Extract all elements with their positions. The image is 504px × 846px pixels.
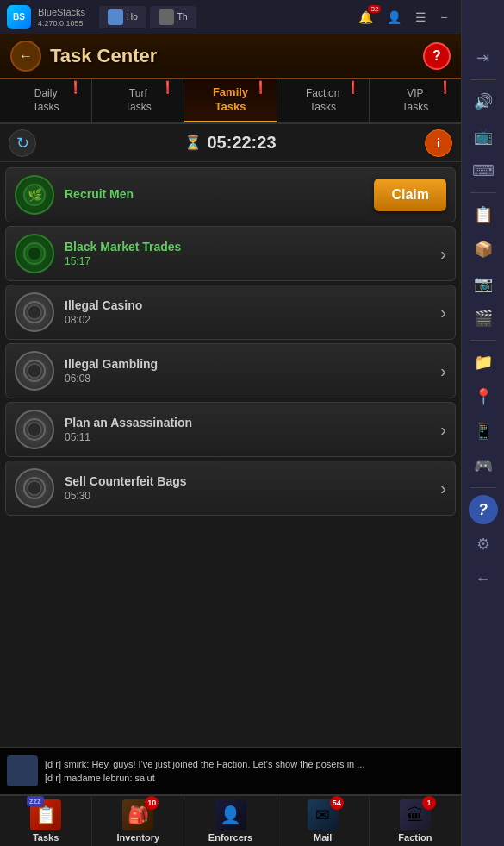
sidebar-phone-icon[interactable]: 📱 bbox=[469, 417, 498, 446]
help-button[interactable]: ? bbox=[423, 42, 451, 70]
task-item-illegal-gambling[interactable]: Illegal Gambling 06:08 › bbox=[5, 343, 456, 398]
nav-item-tasks[interactable]: 📋 zzz Tasks bbox=[0, 796, 92, 846]
task-icon-illegal-casino bbox=[15, 292, 54, 332]
task-timer-illegal-gambling: 06:08 bbox=[65, 373, 430, 385]
info-button[interactable]: i bbox=[425, 129, 452, 157]
sidebar-back-icon[interactable]: ← bbox=[469, 564, 498, 593]
zzz-badge: zzz bbox=[27, 796, 44, 806]
claim-button-recruit-men[interactable]: Claim bbox=[374, 179, 446, 211]
svg-text:🌿: 🌿 bbox=[28, 188, 43, 203]
family-badge: ❗ bbox=[253, 80, 268, 95]
tab-vip-tasks[interactable]: ❗ VIPTasks bbox=[370, 79, 461, 122]
task-info-illegal-gambling: Illegal Gambling 06:08 bbox=[65, 357, 430, 385]
sidebar-settings-icon[interactable]: ⚙ bbox=[469, 530, 498, 559]
menu-icon[interactable]: ☰ bbox=[411, 9, 431, 26]
task-arrow-black-market: › bbox=[440, 244, 446, 264]
task-icon-assassination bbox=[15, 410, 54, 449]
tab-family-tasks[interactable]: ❗ FamilyTasks bbox=[184, 79, 277, 122]
page-title: Task Center bbox=[50, 45, 414, 67]
account-icon[interactable]: 👤 bbox=[383, 9, 406, 26]
sidebar-help-icon[interactable]: ? bbox=[469, 495, 498, 524]
nav-item-faction[interactable]: 🏛 1 Faction bbox=[370, 796, 461, 846]
nav-label-faction: Faction bbox=[398, 832, 432, 843]
refresh-button[interactable]: ↻ bbox=[9, 129, 36, 157]
chat-line-1: [d r] smirk: Hey, guys! I've just joined… bbox=[45, 757, 454, 772]
nav-icon-mail-wrap: ✉ 54 bbox=[308, 799, 339, 830]
tab-faction-tasks[interactable]: ❗ FactionTasks bbox=[277, 79, 370, 122]
nav-label-enforcers: Enforcers bbox=[208, 832, 252, 843]
nav-label-inventory: Inventory bbox=[117, 832, 160, 843]
bluestacks-logo: BS bbox=[7, 5, 31, 29]
task-name-illegal-gambling: Illegal Gambling bbox=[65, 357, 430, 371]
svg-point-11 bbox=[28, 481, 41, 495]
nav-icon-inventory-wrap: 🎒 10 bbox=[122, 799, 153, 830]
sidebar-camera-icon[interactable]: 📷 bbox=[469, 269, 498, 298]
sidebar-game-icon[interactable]: 🎮 bbox=[469, 451, 498, 480]
task-arrow-illegal-casino: › bbox=[440, 303, 446, 323]
daily-badge: ❗ bbox=[68, 80, 83, 95]
bs-tab-game[interactable]: Th bbox=[150, 6, 196, 28]
bluestacks-title: BlueStacks 4.270.0.1055 bbox=[38, 7, 85, 28]
nav-badge-mail: 54 bbox=[330, 796, 344, 810]
vip-badge: ❗ bbox=[438, 80, 452, 95]
task-item-counterfeit-bags[interactable]: Sell Counterfeit Bags 05:30 › bbox=[5, 461, 456, 516]
info-icon: i bbox=[437, 136, 440, 150]
back-button[interactable]: ← bbox=[10, 41, 41, 72]
bs-tab-home[interactable]: Ho bbox=[99, 6, 146, 28]
task-name-illegal-casino: Illegal Casino bbox=[65, 298, 430, 312]
sidebar-copy-icon[interactable]: 📋 bbox=[469, 200, 498, 229]
timer-icon: ⏳ bbox=[184, 135, 202, 151]
chat-avatar bbox=[7, 755, 38, 786]
task-item-illegal-casino[interactable]: Illegal Casino 08:02 › bbox=[5, 285, 456, 340]
svg-point-7 bbox=[28, 364, 41, 378]
nav-badge-inventory: 10 bbox=[145, 796, 159, 810]
task-timer-counterfeit-bags: 05:30 bbox=[65, 490, 430, 502]
refresh-icon: ↻ bbox=[16, 134, 29, 153]
sidebar-keyboard-icon[interactable]: ⌨ bbox=[469, 156, 498, 185]
notification-icon[interactable]: 🔔 32 bbox=[354, 9, 377, 26]
task-info-assassination: Plan an Assassination 05:11 bbox=[65, 416, 430, 443]
svg-point-9 bbox=[28, 423, 41, 436]
sidebar-install-icon[interactable]: 📦 bbox=[469, 235, 498, 264]
task-info-black-market: Black Market Trades 15:17 bbox=[65, 240, 430, 267]
task-item-assassination[interactable]: Plan an Assassination 05:11 › bbox=[5, 402, 456, 457]
turf-badge: ❗ bbox=[160, 80, 175, 95]
nav-icon-enforcers-wrap: 👤 bbox=[215, 799, 246, 830]
sidebar-divider-3 bbox=[470, 340, 496, 341]
sidebar-expand-icon[interactable]: ⇥ bbox=[469, 43, 498, 72]
task-arrow-counterfeit-bags: › bbox=[440, 479, 446, 498]
chat-line-2: [d r] madame lebrun: salut bbox=[45, 771, 454, 786]
nav-label-mail: Mail bbox=[314, 832, 332, 843]
chat-messages: [d r] smirk: Hey, guys! I've just joined… bbox=[45, 757, 454, 786]
timer-bar: ↻ ⏳ 05:22:23 i bbox=[0, 124, 461, 162]
nav-item-enforcers[interactable]: 👤 Enforcers bbox=[184, 796, 277, 846]
task-list: 🌿 Recruit Men Claim Black Market Trades … bbox=[0, 162, 461, 521]
right-sidebar: ⇥ 🔊 📺 ⌨ 📋 📦 📷 🎬 📁 📍 📱 🎮 ? ⚙ ← bbox=[461, 0, 504, 846]
task-item-recruit-men[interactable]: 🌿 Recruit Men Claim bbox=[5, 167, 456, 222]
nav-item-mail[interactable]: ✉ 54 Mail bbox=[277, 796, 370, 846]
chat-bar: [d r] smirk: Hey, guys! I've just joined… bbox=[0, 747, 461, 794]
task-icon-black-market bbox=[15, 234, 54, 273]
minimize-icon[interactable]: − bbox=[436, 9, 451, 26]
nav-tasks-icon: 📋 zzz bbox=[30, 799, 61, 830]
tab-navigation: ❗ DailyTasks ❗ TurfTasks ❗ FamilyTasks ❗… bbox=[0, 79, 461, 124]
sidebar-record-icon[interactable]: 🎬 bbox=[469, 304, 498, 333]
task-info-counterfeit-bags: Sell Counterfeit Bags 05:30 bbox=[65, 474, 430, 502]
sidebar-files-icon[interactable]: 📁 bbox=[469, 348, 498, 377]
sidebar-location-icon[interactable]: 📍 bbox=[469, 382, 498, 411]
task-arrow-illegal-gambling: › bbox=[440, 361, 446, 381]
nav-icon-faction-wrap: 🏛 1 bbox=[400, 799, 431, 830]
task-name-recruit-men: Recruit Men bbox=[65, 187, 364, 201]
nav-label-tasks: Tasks bbox=[33, 832, 59, 843]
sidebar-divider-4 bbox=[470, 487, 496, 488]
nav-badge-faction: 1 bbox=[422, 796, 436, 810]
tab-turf-tasks[interactable]: ❗ TurfTasks bbox=[92, 79, 184, 122]
task-info-illegal-casino: Illegal Casino 08:02 bbox=[65, 298, 430, 326]
nav-item-inventory[interactable]: 🎒 10 Inventory bbox=[92, 796, 184, 846]
tab-daily-tasks[interactable]: ❗ DailyTasks bbox=[0, 79, 92, 122]
sidebar-volume-icon[interactable]: 🔊 bbox=[469, 87, 498, 116]
task-item-black-market[interactable]: Black Market Trades 15:17 › bbox=[5, 226, 456, 281]
task-name-black-market: Black Market Trades bbox=[65, 240, 430, 254]
bluestacks-tabs: Ho Th bbox=[99, 6, 196, 28]
sidebar-display-icon[interactable]: 📺 bbox=[469, 122, 498, 151]
